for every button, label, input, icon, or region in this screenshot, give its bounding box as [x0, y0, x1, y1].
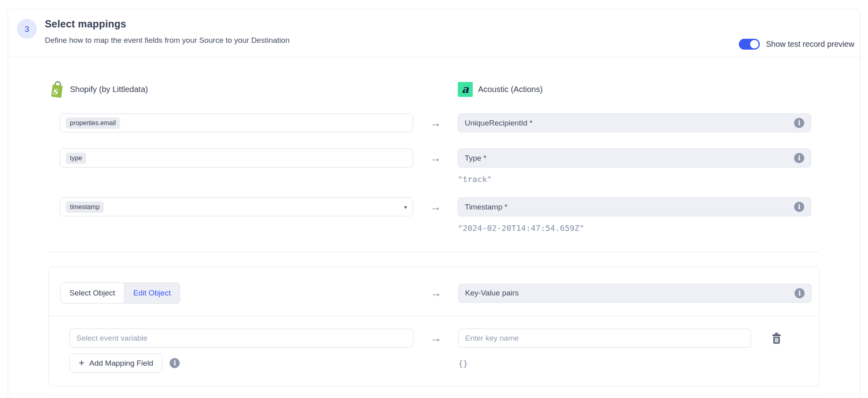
- destination-field-key-value-pairs: Key-Value pairs i: [458, 284, 811, 303]
- test-record-preview-value: "track": [458, 174, 811, 184]
- section-divider: [48, 252, 820, 252]
- endpoints-row: S Shopify (by Littledata) a Acoustic (Ac…: [50, 81, 820, 98]
- event-variable-input[interactable]: [69, 329, 413, 348]
- info-icon[interactable]: i: [794, 118, 804, 128]
- info-icon[interactable]: i: [795, 288, 805, 298]
- source-value-tag[interactable]: type: [66, 153, 86, 164]
- destination-field-type: Type * i: [458, 149, 811, 168]
- pair-actions-row: + Add Mapping Field i {}: [69, 354, 808, 373]
- destination-field-label: Timestamp *: [465, 203, 507, 212]
- object-mapping-pairs-section: →: [49, 316, 819, 386]
- select-mappings-page: 3 Select mappings Define how to map the …: [0, 0, 868, 398]
- acoustic-icon: a: [458, 82, 473, 97]
- destination-field-label: Key-Value pairs: [465, 289, 519, 297]
- arrow-right-icon: →: [430, 201, 441, 214]
- destination-endpoint-label: Acoustic (Actions): [478, 85, 543, 94]
- destination-field-uniquerecipientid: UniqueRecipientId * i: [458, 113, 811, 132]
- chevron-down-icon[interactable]: ▾: [404, 204, 407, 210]
- arrow-right-icon: →: [430, 152, 441, 165]
- source-field-combobox-timestamp[interactable]: timestamp ▾: [60, 197, 413, 216]
- test-record-preview-value: "2024-02-20T14:47:54.659Z": [458, 223, 811, 233]
- key-name-input[interactable]: [458, 329, 751, 348]
- source-endpoint-label: Shopify (by Littledata): [70, 85, 148, 94]
- source-field-combobox-email[interactable]: properties.email: [60, 113, 413, 132]
- step-number-badge: 3: [17, 19, 37, 39]
- card-header: 3 Select mappings Define how to map the …: [8, 9, 860, 57]
- object-mapping-header-row: Select Object Edit Object → Key-Value pa…: [49, 267, 819, 316]
- destination-field-label: UniqueRecipientId *: [465, 119, 533, 128]
- toggle-knob: [750, 40, 759, 48]
- page-title: Select mappings: [45, 18, 289, 30]
- show-test-record-preview-toggle[interactable]: [739, 39, 760, 50]
- tab-select-object[interactable]: Select Object: [61, 283, 124, 303]
- object-mode-tab-group: Select Object Edit Object: [60, 283, 180, 304]
- destination-field-label: Type *: [465, 154, 486, 163]
- destination-endpoint: a Acoustic (Actions): [458, 82, 811, 97]
- add-field-wrap: + Add Mapping Field i: [69, 354, 413, 373]
- arrow-right-icon: →: [430, 117, 441, 130]
- object-mapping-card: Select Object Edit Object → Key-Value pa…: [48, 267, 820, 386]
- page-description: Define how to map the event fields from …: [45, 36, 289, 45]
- source-value-tag[interactable]: properties.email: [66, 117, 120, 129]
- toggle-label: Show test record preview: [766, 40, 854, 49]
- test-preview-toggle-row: Show test record preview: [739, 39, 854, 50]
- mapping-row-email: properties.email → UniqueRecipientId * i: [60, 113, 820, 132]
- arrow-right-icon: →: [430, 332, 442, 345]
- card-body: S Shopify (by Littledata) a Acoustic (Ac…: [8, 57, 860, 395]
- arrow-right-icon: →: [430, 287, 442, 300]
- key-value-pair-row: →: [69, 329, 808, 348]
- mapping-row-timestamp: timestamp ▾ → Timestamp * i "2024-02-20T…: [60, 197, 820, 233]
- destination-field-timestamp: Timestamp * i: [458, 197, 811, 216]
- source-field-combobox-type[interactable]: type: [60, 149, 413, 168]
- tab-edit-object[interactable]: Edit Object: [124, 283, 180, 303]
- shopify-icon: S: [50, 81, 65, 98]
- delete-pair-button[interactable]: [772, 333, 808, 344]
- trash-icon: [772, 333, 782, 344]
- info-icon[interactable]: i: [794, 202, 804, 212]
- source-endpoint: S Shopify (by Littledata): [50, 81, 413, 98]
- mapping-row-type: type → Type * i "track": [60, 149, 820, 184]
- add-mapping-field-label: Add Mapping Field: [89, 359, 153, 368]
- header-text: Select mappings Define how to map the ev…: [45, 18, 289, 45]
- header-left: 3 Select mappings Define how to map the …: [17, 18, 289, 45]
- add-mapping-field-button[interactable]: + Add Mapping Field: [69, 354, 162, 373]
- source-value-tag[interactable]: timestamp: [66, 201, 104, 213]
- info-icon[interactable]: i: [794, 153, 804, 163]
- plus-icon: +: [79, 358, 84, 368]
- info-icon[interactable]: i: [170, 358, 180, 368]
- mappings-card: 3 Select mappings Define how to map the …: [8, 9, 860, 398]
- object-preview-value: {}: [458, 359, 751, 369]
- bottom-divider: [48, 395, 820, 395]
